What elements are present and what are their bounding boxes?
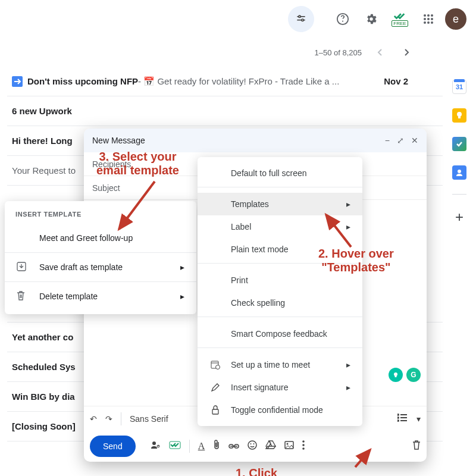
menu-default-fullscreen[interactable]: Default to full screen xyxy=(198,162,362,184)
image-btn[interactable] xyxy=(284,441,294,452)
svg-point-10 xyxy=(427,18,430,20)
annotation-step2: 2. Hover over"Templates" xyxy=(318,247,394,274)
menu-insert-signature[interactable]: Insert signature▸ xyxy=(198,376,362,399)
keep-app[interactable] xyxy=(452,108,466,123)
free-label: FREE xyxy=(392,20,408,27)
email-subject: Your Request to xyxy=(12,165,76,176)
svg-point-24 xyxy=(397,414,399,415)
contacts-app[interactable] xyxy=(452,165,466,180)
trash-icon xyxy=(17,291,29,302)
redo-btn[interactable]: ↷ xyxy=(105,414,112,424)
email-subject: Don't miss upcoming NFP xyxy=(27,76,138,86)
chevron-right-icon: ▸ xyxy=(346,383,350,392)
more-options-btn[interactable] xyxy=(302,440,305,452)
smile-icon xyxy=(248,440,257,450)
chevron-right-icon xyxy=(404,48,410,57)
undo-btn[interactable]: ↶ xyxy=(90,414,97,424)
menu-label: Insert signature xyxy=(231,383,337,392)
template-item[interactable]: Meet and Greet follow-up xyxy=(5,224,196,252)
email-date: Nov 2 xyxy=(377,76,438,86)
menu-check-spelling[interactable]: Check spelling xyxy=(198,292,362,314)
svg-point-16 xyxy=(457,112,462,117)
email-row[interactable]: 6 new Upwork xyxy=(7,96,443,126)
calendar-app[interactable]: 31 xyxy=(452,80,466,94)
email-subject: Scheduled Sys xyxy=(12,362,76,372)
more-format-btn[interactable]: ▾ xyxy=(416,414,421,424)
email-row[interactable]: Don't miss upcoming NFP - 📅 Get ready fo… xyxy=(7,67,443,96)
chevron-right-icon: ▸ xyxy=(180,292,184,301)
calendar-clock-icon xyxy=(209,360,221,369)
divider xyxy=(198,347,362,353)
paperclip-icon xyxy=(213,440,220,450)
divider xyxy=(121,412,121,425)
svg-point-36 xyxy=(287,443,289,445)
menu-smart-compose[interactable]: Smart Compose feedback xyxy=(198,322,362,345)
settings-btn[interactable] xyxy=(359,7,383,31)
svg-point-42 xyxy=(216,365,220,369)
svg-point-26 xyxy=(397,420,399,421)
add-addon-btn[interactable]: + xyxy=(455,209,464,226)
page-next-btn[interactable] xyxy=(397,43,416,62)
google-apps-btn[interactable] xyxy=(416,7,440,31)
account-avatar[interactable]: e xyxy=(445,8,466,30)
list-btn[interactable] xyxy=(397,414,408,424)
menu-label: Default to full screen xyxy=(231,168,350,178)
chevron-left-icon xyxy=(377,48,383,57)
menu-label: Smart Compose feedback xyxy=(231,329,350,339)
image-icon xyxy=(284,441,294,449)
tasks-app[interactable] xyxy=(452,137,466,151)
chevron-right-icon: ▸ xyxy=(180,262,184,272)
annotation-arrow-3 xyxy=(110,178,158,235)
attach-btn[interactable] xyxy=(213,440,220,453)
save-draft-template[interactable]: Save draft as template ▸ xyxy=(5,253,196,281)
search-options-btn[interactable] xyxy=(288,6,314,32)
svg-rect-17 xyxy=(458,116,461,118)
compose-title: New Message xyxy=(92,136,145,145)
template-label: Delete template xyxy=(39,292,170,301)
link-btn[interactable] xyxy=(228,441,239,452)
minimize-icon[interactable]: − xyxy=(385,136,390,145)
pagination-row: 1–50 of 8,205 xyxy=(7,38,443,67)
divider xyxy=(189,440,190,453)
send-label: Send xyxy=(103,441,123,451)
svg-point-25 xyxy=(397,417,399,418)
extension-badges: G xyxy=(389,368,421,382)
link-icon xyxy=(228,443,239,449)
font-family-select[interactable]: Sans Serif xyxy=(130,414,168,424)
svg-point-32 xyxy=(248,441,256,449)
menu-set-time[interactable]: Set up a time to meet▸ xyxy=(198,353,362,376)
menu-confidential[interactable]: Toggle confidential mode xyxy=(198,399,362,421)
send-button[interactable]: Send xyxy=(90,436,136,457)
svg-point-14 xyxy=(431,21,433,24)
page-prev-btn[interactable] xyxy=(370,43,389,62)
compose-titlebar[interactable]: New Message − ⤢ ✕ xyxy=(84,129,427,152)
download-icon xyxy=(17,262,29,273)
font-format-btn[interactable]: A xyxy=(198,441,205,452)
svg-point-8 xyxy=(431,14,433,17)
ext-tracking-icon[interactable] xyxy=(169,441,181,452)
email-subject: Win BIG by dia xyxy=(12,392,75,402)
drive-btn[interactable] xyxy=(265,440,276,452)
tasks-icon xyxy=(455,140,464,148)
emoji-btn[interactable] xyxy=(248,440,257,452)
discard-draft-btn[interactable] xyxy=(412,440,421,452)
fullscreen-icon[interactable]: ⤢ xyxy=(397,136,404,145)
svg-point-4 xyxy=(302,19,303,21)
email-subject: [Closing Soon] xyxy=(12,421,76,431)
extension-badge[interactable]: FREE xyxy=(388,7,412,31)
menu-label: Templates xyxy=(231,199,337,209)
contact-btn[interactable] xyxy=(150,440,161,453)
svg-rect-43 xyxy=(212,409,218,414)
svg-point-9 xyxy=(424,18,426,20)
annotation-step1: 1. Click"More Options" xyxy=(236,466,324,476)
ext-badge-1[interactable] xyxy=(389,368,403,382)
side-panel: 31 + xyxy=(443,38,476,441)
close-icon[interactable]: ✕ xyxy=(411,136,418,145)
grammarly-badge[interactable]: G xyxy=(406,368,421,382)
menu-label: Print xyxy=(231,275,350,285)
delete-template[interactable]: Delete template ▸ xyxy=(5,282,196,311)
svg-point-39 xyxy=(302,447,305,450)
header-bar: FREE e xyxy=(0,0,476,38)
drive-icon xyxy=(265,440,276,450)
help-btn[interactable] xyxy=(331,7,355,31)
